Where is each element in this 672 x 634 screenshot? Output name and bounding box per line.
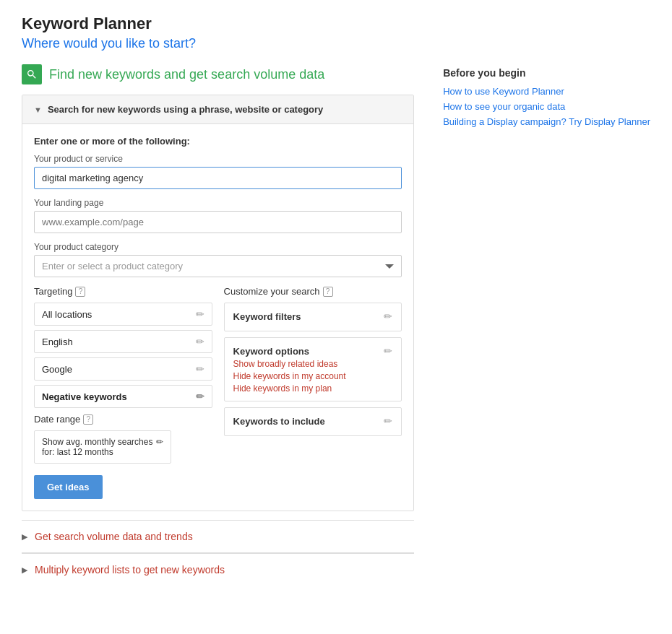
date-range-label: Date range ? (34, 414, 212, 425)
hide-plan-link[interactable]: Hide keywords in my plan (233, 383, 393, 394)
product-input[interactable] (34, 167, 402, 189)
keyword-filters-title: Keyword filters (233, 311, 301, 322)
multiply-keywords-arrow-icon: ▶ (22, 565, 27, 575)
category-select[interactable]: Enter or select a product category (34, 255, 402, 277)
multiply-keywords-section[interactable]: ▶ Multiply keyword lists to get new keyw… (22, 553, 414, 586)
targeting-help-icon[interactable]: ? (75, 287, 85, 297)
broadly-related-link[interactable]: Show broadly related ideas (233, 359, 393, 369)
edit-locations-icon[interactable]: ✏ (196, 308, 204, 320)
search-card: ▼ Search for new keywords using a phrase… (22, 95, 414, 511)
landing-input[interactable] (34, 211, 402, 233)
date-range-box[interactable]: Show avg. monthly searches for: last 12 … (34, 430, 171, 464)
targeting-negative-keywords-text: Negative keywords (42, 391, 127, 402)
edit-keyword-filters-icon[interactable]: ✏ (384, 311, 392, 322)
customize-label: Customize your search ? (224, 286, 402, 297)
search-volume-section[interactable]: ▶ Get search volume data and trends (22, 520, 414, 552)
find-keywords-title: Find new keywords and get search volume … (49, 67, 324, 82)
page-title: Keyword Planner (22, 14, 650, 33)
targeting-item-language[interactable]: English ✏ (34, 330, 212, 353)
edit-keywords-to-include-icon[interactable]: ✏ (384, 415, 392, 427)
keyword-options-title: Keyword options (233, 346, 309, 357)
date-range-label-text: Date range (34, 414, 80, 425)
date-range-section: Date range ? Show avg. monthly searches … (34, 414, 212, 464)
left-panel: Find new keywords and get search volume … (22, 64, 414, 586)
display-planner-link[interactable]: Building a Display campaign? Try Display… (443, 116, 650, 127)
find-keywords-icon (22, 64, 42, 84)
multiply-keywords-label: Multiply keyword lists to get new keywor… (35, 564, 225, 576)
collapse-arrow-icon: ▼ (34, 105, 42, 114)
card-header-label: Search for new keywords using a phrase, … (48, 104, 323, 115)
edit-language-icon[interactable]: ✏ (196, 336, 204, 347)
category-label: Your product category (34, 242, 402, 252)
keyword-filters-header: Keyword filters ✏ (233, 311, 393, 322)
keywords-to-include-item: Keywords to include ✏ (224, 407, 402, 436)
targeting-label: Targeting ? (34, 286, 212, 297)
targeting-customize-row: Targeting ? All locations ✏ English ✏ (34, 286, 402, 464)
section-header: Find new keywords and get search volume … (22, 64, 414, 84)
magnifier-icon (26, 69, 38, 80)
targeting-locations-text: All locations (42, 309, 92, 320)
how-to-use-link[interactable]: How to use Keyword Planner (443, 86, 650, 97)
search-volume-label: Get search volume data and trends (35, 531, 193, 542)
keywords-to-include-title: Keywords to include (233, 416, 325, 427)
before-begin-title: Before you begin (443, 67, 650, 79)
edit-negative-keywords-icon[interactable]: ✏ (196, 391, 204, 402)
edit-keyword-options-icon[interactable]: ✏ (384, 345, 392, 357)
search-volume-arrow-icon: ▶ (22, 532, 27, 542)
keywords-to-include-header: Keywords to include ✏ (233, 415, 393, 427)
keyword-filters-item: Keyword filters ✏ (224, 303, 402, 331)
keyword-options-item: Keyword options ✏ Show broadly related i… (224, 337, 402, 401)
targeting-label-text: Targeting (34, 286, 72, 297)
card-toggle[interactable]: ▼ Search for new keywords using a phrase… (22, 95, 413, 124)
customize-label-text: Customize your search (224, 286, 320, 297)
targeting-network-text: Google (42, 364, 72, 375)
page-subtitle: Where would you like to start? (22, 36, 650, 51)
card-body: Enter one or more of the following: Your… (22, 124, 413, 511)
customize-column: Customize your search ? Keyword filters … (224, 286, 402, 464)
date-range-text: Show avg. monthly searches for: last 12 … (42, 437, 156, 457)
targeting-column: Targeting ? All locations ✏ English ✏ (34, 286, 212, 464)
landing-label: Your landing page (34, 198, 402, 208)
right-panel: Before you begin How to use Keyword Plan… (443, 64, 650, 131)
targeting-item-negative-keywords[interactable]: Negative keywords ✏ (34, 385, 212, 408)
targeting-item-network[interactable]: Google ✏ (34, 357, 212, 381)
edit-date-range-icon[interactable]: ✏ (156, 437, 163, 447)
hide-account-link[interactable]: Hide keywords in my account (233, 371, 393, 381)
edit-network-icon[interactable]: ✏ (196, 363, 204, 375)
customize-help-icon[interactable]: ? (323, 287, 333, 297)
get-ideas-button[interactable]: Get ideas (34, 475, 103, 499)
keyword-options-header: Keyword options ✏ (233, 345, 393, 357)
targeting-language-text: English (42, 336, 73, 347)
organic-data-link[interactable]: How to see your organic data (443, 101, 650, 112)
date-range-help-icon[interactable]: ? (83, 414, 93, 425)
targeting-item-locations[interactable]: All locations ✏ (34, 303, 212, 326)
enter-label: Enter one or more of the following: (34, 136, 402, 147)
product-label: Your product or service (34, 154, 402, 164)
